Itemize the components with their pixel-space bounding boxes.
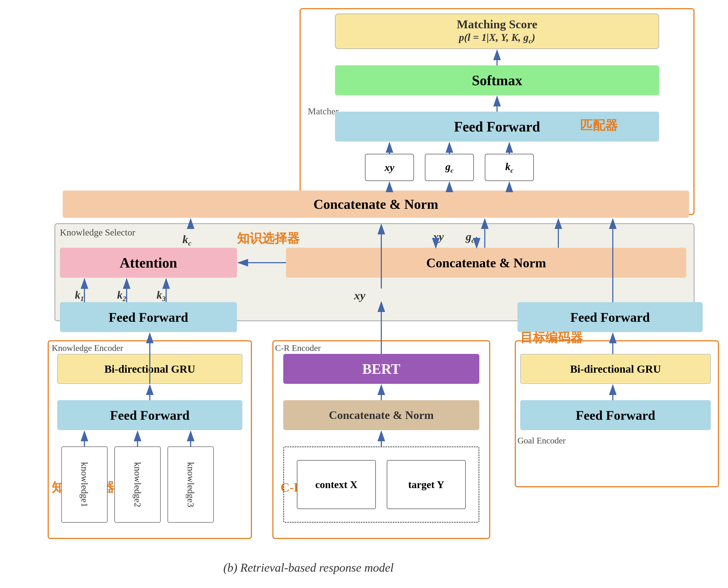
knowledge3-label: knowledge3 <box>185 462 196 507</box>
knowledge1-box: knowledge1 <box>61 446 107 523</box>
softmax-label: Softmax <box>472 72 522 88</box>
feed-forward-right-label: Feed Forward <box>570 310 650 325</box>
gc-top-label: gc <box>445 161 453 174</box>
bigru-left: Bi-directional GRU <box>57 354 242 384</box>
attention-box: Attention <box>60 248 237 278</box>
cr-encoder-label: C-R Encoder <box>275 343 321 353</box>
k2-label: k2 <box>117 289 126 303</box>
caption: (b) Retrieval-based response model <box>223 561 393 575</box>
xy-center-label: xy <box>354 289 365 302</box>
feed-forward-right: Feed Forward <box>518 302 703 332</box>
bert-box: BERT <box>283 354 479 384</box>
bigru-right: Bi-directional GRU <box>520 354 711 384</box>
knowledge-selector-label: Knowledge Selector <box>60 227 135 238</box>
feed-forward-right-bottom: Feed Forward <box>520 400 711 430</box>
bigru-left-label: Bi-directional GRU <box>104 363 195 375</box>
softmax-box: Softmax <box>335 65 659 95</box>
feed-forward-top-label: Feed Forward <box>454 119 540 135</box>
knowledge1-label: knowledge1 <box>79 462 89 507</box>
feed-forward-left-bottom-label: Feed Forward <box>110 408 189 423</box>
diagram: Matching Score p(l = 1|X, Y, K, gc) Soft… <box>0 0 728 588</box>
concat-norm-mid-label: Concatenate & Norm <box>426 255 546 270</box>
xy-top-box: xy <box>365 154 414 181</box>
target-y-box: target Y <box>387 460 466 509</box>
feed-forward-left: Feed Forward <box>60 302 237 332</box>
attention-label: Attention <box>120 255 177 271</box>
k3-label: k3 <box>157 289 166 303</box>
context-x-box: context X <box>297 460 376 509</box>
knowledge2-label: knowledge2 <box>133 462 143 507</box>
matcher-label: Matcher <box>308 106 339 117</box>
context-target-box: context X target Y <box>283 446 479 523</box>
xy-mid-label: xy <box>433 230 444 243</box>
xy-top-label: xy <box>385 162 395 173</box>
context-x-label: context X <box>315 479 357 490</box>
knowledge3-box: knowledge3 <box>167 446 214 523</box>
matching-score-label: Matching Score <box>457 17 537 31</box>
concat-norm-top: Concatenate & Norm <box>63 191 689 218</box>
concat-norm-center-label: Concatenate & Norm <box>329 408 434 422</box>
concat-norm-center: Concatenate & Norm <box>283 400 479 430</box>
matching-score-box: Matching Score p(l = 1|X, Y, K, gc) <box>335 14 659 49</box>
bert-label: BERT <box>362 361 400 377</box>
bigru-right-label: Bi-directional GRU <box>570 363 661 375</box>
feed-forward-left-bottom: Feed Forward <box>57 400 242 430</box>
gc-mid-label: gc <box>466 230 475 245</box>
pijiao-label: 匹配器 <box>580 117 618 134</box>
k1-label: k1 <box>75 289 84 303</box>
concat-norm-mid: Concatenate & Norm <box>286 248 686 278</box>
knowledge2-box: knowledge2 <box>115 446 161 523</box>
kc-top-label: kc <box>505 161 513 174</box>
concat-norm-top-label: Concatenate & Norm <box>314 196 438 212</box>
gc-top-box: gc <box>425 154 474 181</box>
kc-mid-label: kc <box>182 233 191 248</box>
zhishi-xuanze-label: 知识选择器 <box>237 230 300 247</box>
goal-encoder-label: Goal Encoder <box>518 436 566 446</box>
feed-forward-right-bottom-label: Feed Forward <box>576 408 655 423</box>
knowledge-encoder-label: Knowledge Encoder <box>52 343 123 353</box>
matching-score-formula: p(l = 1|X, Y, K, gc) <box>459 31 535 45</box>
kc-top-box: kc <box>485 154 534 181</box>
target-y-label: target Y <box>408 479 444 490</box>
feed-forward-left-label: Feed Forward <box>109 310 188 325</box>
